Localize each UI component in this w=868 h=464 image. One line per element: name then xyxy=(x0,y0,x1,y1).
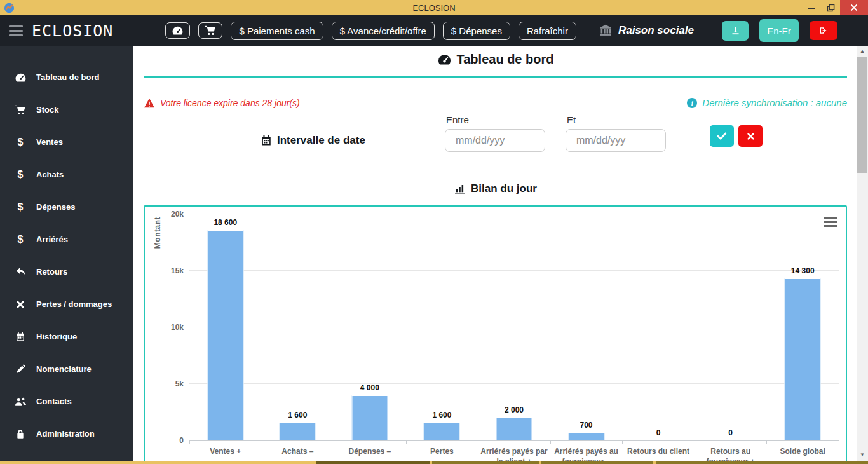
chart-bar-slot: 14 300 xyxy=(766,215,839,440)
sync-status-text: Dernière synchronisation : aucune xyxy=(702,97,847,108)
scrollbar-thumb[interactable] xyxy=(857,57,867,173)
chart-y-axis-title: Montant xyxy=(153,217,162,249)
dollar-icon: $ xyxy=(14,234,27,245)
sidebar-item-label: Stock xyxy=(36,105,58,114)
apply-filter-button[interactable] xyxy=(710,125,734,147)
sidebar-item-contacts[interactable]: Contacts xyxy=(0,385,133,418)
calendar-icon xyxy=(261,135,272,146)
page-title: Tableau de bord xyxy=(144,50,847,69)
clear-filter-button[interactable] xyxy=(738,125,763,147)
sidebar-item-achats[interactable]: $ Achats xyxy=(0,158,133,191)
app-window: ECLOSION ECLOSION xyxy=(0,0,868,464)
minimize-button[interactable] xyxy=(802,0,821,15)
rafraichir-button[interactable]: Rafraîchir xyxy=(519,22,576,40)
chart-bar-value: 14 300 xyxy=(766,266,839,275)
sidebar-item-arrieres[interactable]: $ Arriérés xyxy=(0,223,133,256)
chart-section-title: Bilan du jour xyxy=(144,181,847,197)
app-header: ECLOSION $ Paiements cash $ Avance/crédi… xyxy=(0,15,868,46)
date-to-input[interactable] xyxy=(566,129,666,152)
chart-bar-value: 0 xyxy=(622,428,695,437)
chart-bar-value: 1 600 xyxy=(262,411,334,420)
close-icon xyxy=(747,132,755,140)
os-taskbar-sliver xyxy=(0,461,868,464)
daily-balance-chart: Montant 05k10k15k20k18 6001 6004 0001 60… xyxy=(144,205,847,464)
dollar-icon: $ xyxy=(14,201,27,213)
chart-bar-slot: 0 xyxy=(695,215,767,440)
chart-xaxis-tick xyxy=(262,440,262,444)
logout-button[interactable] xyxy=(810,21,837,40)
sidebar-item-nomenclature[interactable]: Nomenclature xyxy=(0,353,133,385)
chart-bar xyxy=(351,395,388,440)
language-toggle-button[interactable]: En-Fr xyxy=(759,19,799,42)
download-icon xyxy=(731,26,740,36)
info-icon: i xyxy=(687,98,697,108)
sidebar-item-label: Ventes xyxy=(36,137,63,147)
chart-bar-value: 0 xyxy=(695,428,767,437)
sidebar-item-retours[interactable]: Retours xyxy=(0,256,133,288)
restore-button[interactable] xyxy=(821,0,840,15)
sidebar-item-label: Pertes / dommages xyxy=(36,299,112,309)
vertical-scrollbar[interactable]: ▲ ▼ xyxy=(857,46,868,464)
menu-toggle-icon[interactable] xyxy=(9,25,24,36)
download-button[interactable] xyxy=(722,21,749,41)
dashboard-icon xyxy=(14,72,27,83)
chart-ytick-label: 0 xyxy=(179,436,184,445)
chart-category-label: Solde global xyxy=(766,447,839,457)
paiements-cash-button[interactable]: $ Paiements cash xyxy=(231,22,323,40)
chart-xaxis-tick xyxy=(839,440,839,444)
depenses-button[interactable]: $ Dépenses xyxy=(443,22,510,40)
chart-bar-slot: 700 xyxy=(550,215,623,440)
chart-bar-slot: 1 600 xyxy=(262,215,334,440)
undo-icon xyxy=(14,267,27,276)
users-icon xyxy=(14,397,27,406)
sidebar-item-label: Arriérés xyxy=(36,235,68,244)
date-filter-title-label: Intervalle de date xyxy=(277,134,365,147)
company-name-label: Raison sociale xyxy=(618,24,694,37)
chart-category-label: Achats – xyxy=(262,447,334,457)
sidebar-item-administration[interactable]: Administration xyxy=(0,418,133,450)
calendar-icon xyxy=(14,332,27,342)
chart-bar-value: 700 xyxy=(550,421,623,430)
main-content: Tableau de bord Votre licence expire dan… xyxy=(133,46,857,464)
chart-category-label: Pertes xyxy=(406,447,478,457)
sidebar-nav: Tableau de bord Stock $ Ventes $ Achats … xyxy=(0,46,133,464)
sidebar-item-depenses[interactable]: $ Dépenses xyxy=(0,191,133,223)
dashboard-shortcut-button[interactable] xyxy=(165,22,190,39)
chart-bar-value: 4 000 xyxy=(334,383,406,392)
sidebar-item-ventes[interactable]: $ Ventes xyxy=(0,126,133,158)
scrollbar-down-arrow[interactable]: ▼ xyxy=(857,449,868,460)
sidebar-item-stock[interactable]: Stock xyxy=(0,93,133,126)
chart-bar-slot: 18 600 xyxy=(189,215,262,440)
sidebar-item-label: Administration xyxy=(36,429,95,439)
x-icon xyxy=(14,300,27,309)
warning-icon xyxy=(144,98,155,108)
close-button[interactable] xyxy=(840,0,868,15)
sidebar-item-label: Achats xyxy=(36,170,64,179)
chart-xaxis-tick xyxy=(478,440,478,444)
scrollbar-up-arrow[interactable]: ▲ xyxy=(857,46,868,57)
page-title-label: Tableau de bord xyxy=(457,52,554,67)
chart-xaxis-tick xyxy=(622,440,623,444)
date-from-label: Entre xyxy=(446,114,545,125)
chart-ytick-label: 10k xyxy=(171,323,184,332)
chart-xaxis-tick xyxy=(695,440,695,444)
chart-bar-slot: 1 600 xyxy=(406,215,478,440)
avance-credit-offre-button[interactable]: $ Avance/crédit/offre xyxy=(332,22,435,40)
sidebar-item-label: Dépenses xyxy=(36,202,75,212)
sync-status: i Dernière synchronisation : aucune xyxy=(687,97,847,108)
chart-bar xyxy=(280,423,316,440)
sidebar-item-tableau-de-bord[interactable]: Tableau de bord xyxy=(0,61,133,93)
chart-bar-value: 1 600 xyxy=(406,411,478,420)
chart-ytick-label: 5k xyxy=(175,379,184,388)
date-from-input[interactable] xyxy=(445,129,545,152)
chart-section-title-label: Bilan du jour xyxy=(471,182,537,195)
chart-bar-value: 18 600 xyxy=(189,218,262,227)
sidebar-item-label: Retours xyxy=(36,267,67,276)
cart-icon xyxy=(205,25,216,36)
sidebar-item-historique[interactable]: Historique xyxy=(0,320,133,353)
sidebar-item-pertes-dommages[interactable]: Pertes / dommages xyxy=(0,288,133,320)
window-title: ECLOSION xyxy=(0,3,868,13)
date-filter-title: Intervalle de date xyxy=(261,134,365,147)
cart-shortcut-button[interactable] xyxy=(198,22,222,39)
sidebar-item-label: Nomenclature xyxy=(36,364,92,374)
